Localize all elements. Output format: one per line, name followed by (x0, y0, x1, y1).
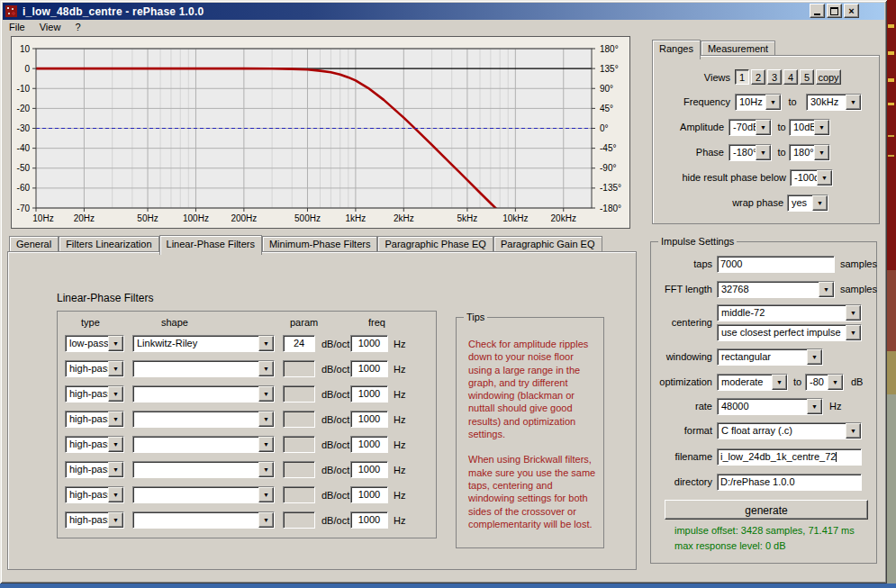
filter-freq-input[interactable]: 1000 (350, 385, 388, 403)
filter-param-input[interactable] (283, 436, 315, 453)
chevron-down-icon[interactable]: ▼ (812, 195, 828, 211)
chevron-down-icon[interactable]: ▼ (258, 437, 274, 452)
filter-freq-input[interactable]: 1000 (350, 461, 388, 478)
generate-button[interactable]: generate (665, 500, 868, 520)
chevron-down-icon[interactable]: ▼ (846, 305, 861, 321)
chevron-down-icon[interactable]: ▼ (756, 120, 771, 135)
filter-freq-input[interactable]: 1000 (350, 486, 388, 503)
tab-paragraphic-gain-eq[interactable]: Paragraphic Gain EQ (493, 236, 602, 252)
filter-shape-select[interactable]: Linkwitz-Riley▼ (132, 335, 275, 352)
centering-mode-select[interactable]: use closest perfect impulse▼ (717, 324, 862, 341)
filter-param-input[interactable] (283, 385, 315, 403)
phase-from-select[interactable]: -180°▼ (729, 144, 772, 161)
chevron-down-icon[interactable]: ▼ (772, 375, 787, 390)
chevron-down-icon[interactable]: ▼ (258, 386, 274, 402)
filter-shape-select[interactable]: ▼ (132, 486, 275, 503)
menu-help[interactable]: ? (69, 21, 86, 33)
filter-param-input[interactable] (283, 486, 315, 503)
chevron-down-icon[interactable]: ▼ (807, 399, 822, 414)
chevron-down-icon[interactable]: ▼ (765, 95, 781, 110)
view-button-4[interactable]: 4 (783, 69, 798, 85)
filename-input[interactable]: i_low_24db_1k_centre_72 (717, 448, 862, 466)
filter-freq-input[interactable]: 1000 (350, 511, 388, 529)
filter-shape-select[interactable]: ▼ (132, 385, 275, 403)
chevron-down-icon[interactable]: ▼ (258, 361, 274, 376)
response-graph[interactable]: 100-10-20-30-40-50-60-70180°135°90°45°0°… (11, 36, 630, 229)
filter-freq-input[interactable]: 1000 (350, 436, 388, 453)
chevron-down-icon[interactable]: ▼ (258, 412, 274, 427)
filter-type-select[interactable]: high-pass▼ (65, 461, 124, 478)
filter-param-input[interactable] (283, 360, 315, 377)
view-copy-button[interactable]: copy (816, 69, 841, 85)
tab-minimum-phase-filters[interactable]: Minimum-Phase Filters (262, 236, 377, 252)
filter-shape-select[interactable]: ▼ (132, 360, 275, 377)
app-icon[interactable] (5, 5, 17, 17)
view-button-3[interactable]: 3 (767, 69, 782, 85)
centering-select[interactable]: middle-72▼ (717, 304, 862, 321)
filter-type-select[interactable]: high-pass▼ (65, 385, 124, 403)
phase-to-select[interactable]: 180°▼ (789, 144, 830, 161)
chevron-down-icon[interactable]: ▼ (108, 512, 123, 528)
chevron-down-icon[interactable]: ▼ (814, 145, 829, 160)
chevron-down-icon[interactable]: ▼ (807, 349, 822, 365)
filter-shape-select[interactable]: ▼ (132, 511, 275, 529)
maximize-button[interactable] (827, 4, 842, 18)
minimize-button[interactable] (810, 4, 825, 18)
directory-input[interactable]: D:/rePhase 1.0.0 (717, 474, 862, 491)
filter-freq-input[interactable]: 1000 (350, 360, 388, 377)
filter-type-select[interactable]: high-pass▼ (65, 360, 124, 377)
view-button-5[interactable]: 5 (800, 69, 814, 85)
close-button[interactable]: × (844, 4, 859, 18)
chevron-down-icon[interactable]: ▼ (846, 423, 861, 439)
tab-filters-linearization[interactable]: Filters Linearization (59, 236, 158, 252)
filter-type-select[interactable]: high-pass▼ (65, 436, 124, 453)
chevron-down-icon[interactable]: ▼ (108, 487, 123, 502)
titlebar[interactable]: i_low_48db_centre - rePhase 1.0.0 × (3, 3, 884, 20)
optimization-select[interactable]: moderate▼ (717, 374, 788, 391)
view-button-2[interactable]: 2 (751, 69, 765, 85)
wrap-phase-select[interactable]: yes▼ (787, 194, 828, 212)
filter-type-select[interactable]: high-pass▼ (65, 511, 124, 529)
fft-length-select[interactable]: 32768▼ (717, 281, 835, 298)
chevron-down-icon[interactable]: ▼ (828, 375, 843, 390)
chevron-down-icon[interactable]: ▼ (108, 437, 123, 452)
chevron-down-icon[interactable]: ▼ (108, 336, 123, 351)
chevron-down-icon[interactable]: ▼ (108, 462, 123, 477)
frequency-from-select[interactable]: 10Hz▼ (735, 94, 782, 111)
filter-freq-input[interactable]: 1000 (350, 335, 388, 352)
filter-shape-select[interactable]: ▼ (132, 436, 275, 453)
filter-param-input[interactable] (283, 411, 315, 428)
amplitude-from-select[interactable]: -70dB▼ (729, 119, 772, 136)
filter-param-input[interactable] (283, 511, 315, 529)
chevron-down-icon[interactable]: ▼ (258, 462, 274, 477)
amplitude-to-select[interactable]: 10dB▼ (789, 119, 830, 136)
filter-freq-input[interactable]: 1000 (350, 411, 388, 428)
optimization-db-select[interactable]: -80▼ (805, 374, 844, 391)
tab-paragraphic-phase-eq[interactable]: Paragraphic Phase EQ (377, 236, 493, 252)
chevron-down-icon[interactable]: ▼ (846, 95, 861, 110)
windowing-select[interactable]: rectangular▼ (717, 348, 823, 366)
chevron-down-icon[interactable]: ▼ (108, 361, 123, 376)
filter-type-select[interactable]: low-pass▼ (65, 335, 124, 352)
chevron-down-icon[interactable]: ▼ (817, 170, 832, 185)
tab-linear-phase-filters[interactable]: Linear-Phase Filters (159, 235, 262, 255)
tab-general[interactable]: General (9, 236, 59, 252)
menu-view[interactable]: View (34, 21, 67, 33)
chevron-down-icon[interactable]: ▼ (108, 412, 123, 427)
filter-param-input[interactable]: 24 (283, 335, 315, 352)
rate-select[interactable]: 48000▼ (717, 398, 823, 415)
chevron-down-icon[interactable]: ▼ (819, 282, 834, 297)
chevron-down-icon[interactable]: ▼ (258, 336, 274, 351)
hide-result-phase-select[interactable]: -100dB▼ (790, 169, 833, 186)
filter-type-select[interactable]: high-pass▼ (65, 486, 124, 503)
filter-shape-select[interactable]: ▼ (132, 461, 275, 478)
chevron-down-icon[interactable]: ▼ (258, 512, 274, 528)
chevron-down-icon[interactable]: ▼ (756, 145, 771, 160)
chevron-down-icon[interactable]: ▼ (108, 386, 123, 402)
filter-param-input[interactable] (283, 461, 315, 478)
chevron-down-icon[interactable]: ▼ (258, 487, 274, 502)
chevron-down-icon[interactable]: ▼ (814, 120, 829, 135)
format-select[interactable]: C float array (.c)▼ (717, 422, 862, 439)
tab-ranges[interactable]: Ranges (652, 40, 701, 59)
view-button-1[interactable]: 1 (735, 69, 749, 85)
